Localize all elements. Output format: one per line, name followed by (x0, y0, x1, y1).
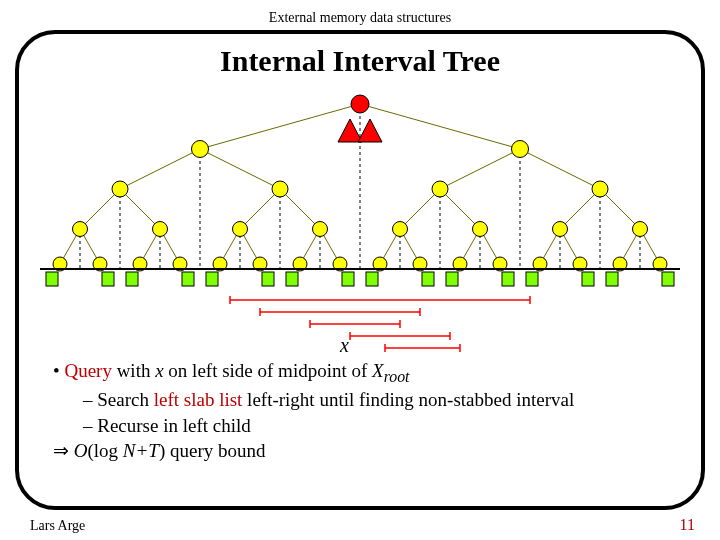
svg-rect-107 (662, 272, 674, 286)
svg-point-75 (633, 222, 648, 237)
svg-rect-100 (366, 272, 378, 286)
svg-point-69 (153, 222, 168, 237)
svg-rect-93 (102, 272, 114, 286)
svg-rect-106 (606, 272, 618, 286)
svg-marker-109 (358, 119, 382, 142)
svg-rect-104 (526, 272, 538, 286)
svg-rect-103 (502, 272, 514, 286)
svg-line-5 (520, 149, 600, 189)
svg-rect-105 (582, 272, 594, 286)
svg-point-61 (351, 95, 369, 113)
slide-title: Internal Interval Tree (37, 44, 683, 78)
bullet-2: – Search left slab list left-right until… (83, 387, 683, 413)
svg-line-1 (360, 104, 520, 149)
svg-rect-96 (206, 272, 218, 286)
footer-author: Lars Arge (30, 518, 85, 534)
svg-rect-101 (422, 272, 434, 286)
bullet-list: • Query with x on left side of midpoint … (37, 358, 683, 464)
svg-point-64 (112, 181, 128, 197)
tree-diagram (40, 84, 680, 294)
svg-point-73 (473, 222, 488, 237)
svg-point-71 (313, 222, 328, 237)
svg-rect-94 (126, 272, 138, 286)
svg-point-65 (272, 181, 288, 197)
svg-line-3 (200, 149, 280, 189)
svg-rect-98 (286, 272, 298, 286)
svg-line-4 (440, 149, 520, 189)
bullet-3: – Recurse in left child (83, 413, 683, 439)
svg-point-68 (73, 222, 88, 237)
svg-point-63 (512, 141, 529, 158)
bullet-4: ⇒ O(log N+T) query bound (53, 438, 683, 464)
svg-point-66 (432, 181, 448, 197)
svg-rect-102 (446, 272, 458, 286)
svg-point-62 (192, 141, 209, 158)
svg-line-2 (120, 149, 200, 189)
svg-marker-108 (338, 119, 362, 142)
footer-page-number: 11 (680, 516, 695, 534)
svg-point-67 (592, 181, 608, 197)
slide-frame: Internal Interval Tree (15, 30, 705, 510)
bullet-1: • Query with x on left side of midpoint … (53, 358, 683, 387)
svg-rect-95 (182, 272, 194, 286)
svg-point-70 (233, 222, 248, 237)
svg-point-72 (393, 222, 408, 237)
svg-line-0 (200, 104, 360, 149)
svg-point-74 (553, 222, 568, 237)
intervals-diagram: x (40, 294, 680, 354)
svg-rect-92 (46, 272, 58, 286)
svg-rect-97 (262, 272, 274, 286)
x-label: x (339, 334, 349, 356)
svg-rect-99 (342, 272, 354, 286)
slide-header: External memory data structures (0, 0, 720, 26)
